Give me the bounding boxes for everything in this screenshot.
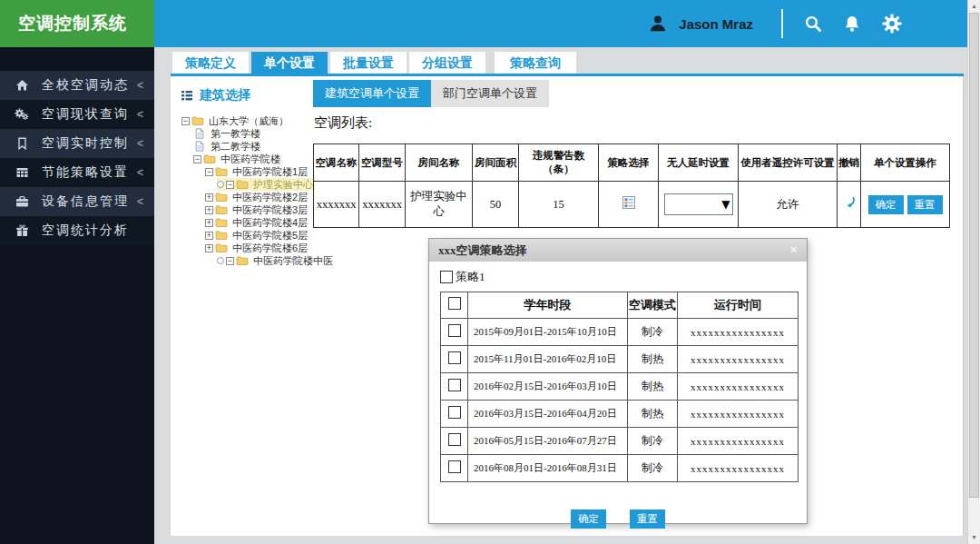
collapse-icon[interactable]: − [226, 257, 234, 265]
folder-icon [215, 192, 228, 203]
page: 空调控制系统 Jason Mraz ▲ ▼ 全校空调动态<空调现状查询<空调实时… [0, 0, 980, 544]
modal-header: xxx空调策略选择 × [429, 239, 807, 262]
scroll-up-icon[interactable]: ▲ [968, 0, 980, 13]
policy-col-header: 空调模式 [628, 292, 678, 319]
expand-icon[interactable]: + [205, 219, 213, 227]
undo-icon[interactable] [842, 195, 857, 210]
sidebar-item-energy-policy-setting[interactable]: 节能策略设置< [0, 158, 154, 187]
ac-permission-cell: 允许 [739, 182, 838, 228]
tree-node-2[interactable]: 第二教学楼 [193, 140, 328, 153]
tree-node-11[interactable]: −中医药学院楼中医 [217, 254, 328, 267]
scrollbar-thumb[interactable] [969, 13, 979, 498]
policy-row-checkbox[interactable] [448, 433, 461, 446]
policy-row-4: 2016年05月15日-2016年07月27日制冷xxxxxxxxxxxxxxx… [441, 428, 799, 455]
delay-select[interactable]: ▼ [664, 193, 733, 215]
tab-group-setting[interactable]: 分组设置 [409, 52, 485, 75]
ac-table-row: xxxxxxxxxxxxxx护理实验中心5015▼允许确定重置 [314, 182, 950, 228]
folder-icon [215, 204, 228, 215]
policy-runtime-cell: xxxxxxxxxxxxxxxx [678, 346, 799, 373]
tree-node-label: 中医药学院楼3层 [230, 203, 309, 217]
policy-row-3: 2016年03月15日-2016年04月20日制热xxxxxxxxxxxxxxx… [441, 401, 799, 428]
topbar: 空调控制系统 Jason Mraz [0, 0, 967, 47]
policy-row-checkbox-cell [441, 319, 468, 346]
policy1-checkbox[interactable] [440, 271, 453, 283]
expand-icon[interactable]: + [205, 206, 213, 214]
table-icon [15, 165, 30, 180]
ac-list-label: 空调列表: [314, 114, 372, 132]
tab-policy-query[interactable]: 策略查询 [495, 52, 576, 75]
tree-node-label: 中医药学院楼中医 [251, 254, 335, 268]
expand-icon[interactable]: + [205, 244, 213, 252]
row-reset-button[interactable]: 重置 [907, 195, 943, 214]
policy-mode-cell: 制冷 [628, 319, 678, 346]
chevron-left-icon: < [137, 137, 143, 150]
modal-reset-button[interactable]: 重置 [630, 509, 665, 529]
sidebar-item-ac-realtime-control[interactable]: 空调实时控制< [0, 129, 154, 158]
policy-table-header-row: 学年时段空调模式运行时间 [441, 292, 799, 319]
sidebar-item-label: 空调统计分析 [42, 223, 143, 239]
briefcase-icon [15, 194, 30, 209]
folder-icon [191, 115, 204, 126]
tree-node-6[interactable]: +中医药学院楼2层 [205, 191, 328, 203]
policy-period-cell: 2015年09月01日-2015年10月10日 [468, 319, 628, 346]
scroll-down-icon[interactable]: ▼ [968, 531, 980, 544]
collapse-icon[interactable]: − [181, 117, 190, 125]
search-icon[interactable] [804, 15, 822, 33]
expand-icon[interactable]: + [205, 232, 213, 240]
tab-single-setting[interactable]: 单个设置 [251, 52, 328, 75]
tree-node-4[interactable]: −中医药学院楼1层 [205, 165, 328, 178]
chevron-left-icon: < [137, 195, 143, 208]
select-all-checkbox[interactable] [448, 297, 461, 310]
policy-runtime-cell: xxxxxxxxxxxxxxxx [678, 373, 799, 401]
sidebar-item-label: 设备信息管理 [42, 193, 137, 210]
collapse-icon[interactable]: − [226, 181, 234, 189]
bell-icon[interactable] [843, 15, 861, 33]
modal-confirm-button[interactable]: 确定 [571, 509, 606, 529]
subtab-building-ac-single[interactable]: 建筑空调单个设置 [313, 80, 431, 107]
folder-icon [236, 255, 249, 266]
policy-select-icon[interactable] [622, 195, 636, 210]
policy-row-checkbox[interactable] [448, 351, 461, 364]
tree-node-label: 第二教学楼 [209, 140, 262, 153]
row-confirm-button[interactable]: 确定 [868, 195, 904, 214]
tree-header: 建筑选择 [180, 87, 328, 104]
policy1-row: 策略1 [440, 269, 807, 285]
tree-node-label: 中医药学院楼1层 [230, 165, 309, 179]
close-icon[interactable]: × [789, 243, 798, 257]
tree-node-0[interactable]: −山东大学（威海） [181, 114, 328, 127]
policy-row-checkbox-cell [441, 346, 468, 373]
content-panel: 建筑选择 −山东大学（威海）第一教学楼第二教学楼−中医药学院楼−中医药学院楼1层… [171, 76, 964, 536]
policy-row-1: 2015年11月01日-2016年02月10日制热xxxxxxxxxxxxxxx… [441, 346, 799, 373]
tab-batch-setting[interactable]: 批量设置 [330, 52, 407, 75]
chevron-left-icon: < [137, 166, 143, 179]
sidebar-item-ac-statistics[interactable]: 空调统计分析 [0, 216, 154, 245]
tree-title: 建筑选择 [200, 87, 250, 104]
policy-row-5: 2016年08月01日-2016年08月31日制冷xxxxxxxxxxxxxxx… [441, 455, 799, 482]
sidebar-item-ac-status-query[interactable]: 空调现状查询< [0, 100, 154, 129]
collapse-icon[interactable]: − [205, 168, 213, 176]
policy-col-header: 运行时间 [678, 292, 799, 319]
policy-row-checkbox[interactable] [448, 324, 461, 337]
subtab-department-ac-single[interactable]: 部门空调单个设置 [431, 80, 549, 107]
tree-node-8[interactable]: +中医药学院楼4层 [205, 216, 328, 229]
tree-node-label: 山东大学（威海） [207, 114, 290, 128]
tree-node-10[interactable]: +中医药学院楼6层 [205, 242, 328, 254]
sidebar-item-device-info-management[interactable]: 设备信息管理< [0, 187, 154, 216]
tab-policy-define[interactable]: 策略定义 [172, 52, 249, 75]
tree-node-7[interactable]: +中医药学院楼3层 [205, 203, 328, 216]
policy-period-cell: 2016年03月15日-2016年04月20日 [468, 401, 628, 428]
expand-icon[interactable]: + [205, 193, 213, 202]
sidebar-item-campus-ac-status[interactable]: 全校空调动态< [0, 71, 154, 100]
tree-node-5[interactable]: −护理实验中心 [217, 178, 315, 191]
tree-node-9[interactable]: +中医药学院楼5层 [205, 229, 328, 242]
gear-icon[interactable] [882, 14, 902, 34]
tree-node-3[interactable]: −中医药学院楼 [193, 153, 328, 165]
collapse-icon[interactable]: − [193, 155, 201, 163]
policy-row-checkbox[interactable] [448, 460, 461, 473]
user-menu[interactable]: Jason Mraz [648, 14, 753, 34]
policy-row-checkbox[interactable] [448, 406, 461, 419]
tree-node-1[interactable]: 第一教学楼 [193, 127, 328, 140]
page-scrollbar[interactable]: ▲ ▼ [967, 0, 980, 544]
policy-row-checkbox[interactable] [448, 379, 461, 391]
username: Jason Mraz [679, 16, 753, 32]
